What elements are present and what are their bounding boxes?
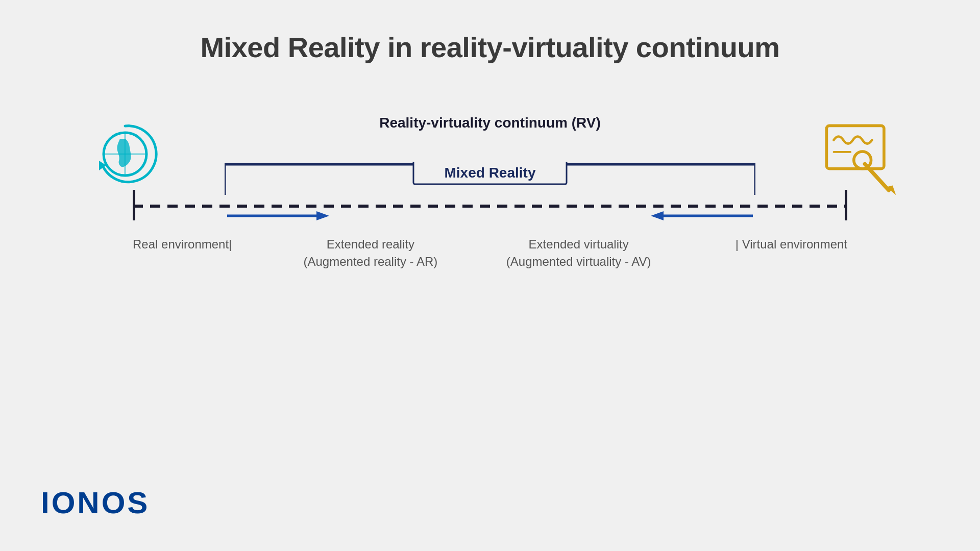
label-real-environment: Real environment| — [133, 236, 235, 253]
arrow-right — [227, 210, 329, 221]
page-title: Mixed Reality in reality-virtuality cont… — [200, 31, 779, 64]
page-container: Mixed Reality in reality-virtuality cont… — [0, 0, 980, 551]
labels-row: Real environment| Extended reality(Augme… — [133, 236, 847, 270]
label-virtual-environment: | Virtual environment — [720, 236, 847, 253]
ionos-logo: IONOS — [41, 485, 150, 520]
tick-right — [845, 190, 847, 220]
mixed-reality-bracket: Mixed Reality — [225, 162, 755, 195]
globe-icon — [92, 121, 158, 187]
timeline-dashed-line — [133, 201, 847, 211]
arrow-left — [651, 210, 753, 221]
svg-text:Mixed Reality: Mixed Reality — [445, 165, 536, 181]
svg-marker-16 — [316, 211, 329, 220]
svg-point-7 — [854, 152, 871, 169]
label-extended-virtuality: Extended virtuality(Augmented virtuality… — [506, 236, 651, 270]
continuum-label: Reality-virtuality continuum (RV) — [133, 115, 847, 131]
svg-marker-18 — [651, 211, 664, 220]
vr-screen-icon — [822, 121, 898, 197]
tick-left — [133, 190, 135, 220]
diagram-area: Reality-virtuality continuum (RV) — [133, 115, 847, 254]
timeline-container: Mixed Reality — [133, 162, 847, 254]
label-extended-reality: Extended reality(Augmented reality - AR) — [304, 236, 438, 270]
